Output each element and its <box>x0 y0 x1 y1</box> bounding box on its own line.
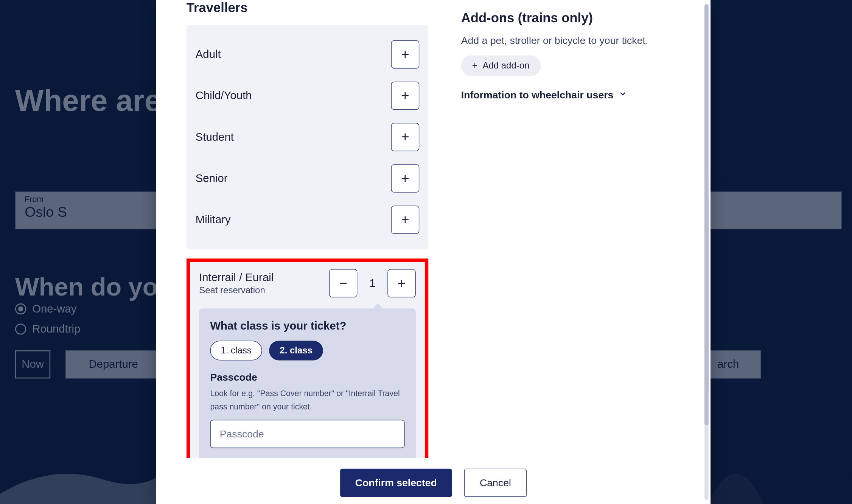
addons-subtitle: Add a pet, stroller or bicycle to your t… <box>461 35 693 47</box>
cancel-button[interactable]: Cancel <box>464 469 527 497</box>
radio-roundtrip-label: Roundtrip <box>32 322 80 336</box>
traveller-label: Adult <box>196 48 221 61</box>
radio-one-way-label: One-way <box>32 302 76 316</box>
plus-icon: + <box>398 275 406 291</box>
travellers-title: Travellers <box>187 0 428 16</box>
decrement-interrail-button[interactable]: − <box>329 269 358 297</box>
plus-icon: + <box>401 88 409 104</box>
wheelchair-info-toggle[interactable]: Information to wheelchair users <box>461 89 693 101</box>
traveller-row-child: Child/Youth + <box>196 75 419 116</box>
wheelchair-info-label: Information to wheelchair users <box>461 89 614 101</box>
now-button[interactable]: Now <box>15 350 50 379</box>
traveller-label: Child/Youth <box>196 89 252 103</box>
traveller-modal: Travellers Adult + Child/Youth + <box>156 0 711 504</box>
plus-icon: + <box>401 212 409 228</box>
plus-icon: + <box>401 47 409 63</box>
interrail-block: Interrail / Eurail Seat reservation − 1 … <box>190 262 425 458</box>
interrail-highlight-frame: Interrail / Eurail Seat reservation − 1 … <box>187 258 428 457</box>
minus-icon: − <box>339 275 347 291</box>
traveller-label: Senior <box>196 172 228 185</box>
passcode-input[interactable] <box>210 420 404 448</box>
plus-icon: + <box>472 61 477 71</box>
modal-footer: Confirm selected Cancel <box>156 457 711 504</box>
radio-selected-icon <box>15 303 26 314</box>
class-2-pill[interactable]: 2. class <box>269 341 323 360</box>
traveller-row-adult: Adult + <box>196 34 419 75</box>
interrail-subtitle: Seat reservation <box>199 285 274 296</box>
class-question: What class is your ticket? <box>210 319 404 333</box>
add-adult-button[interactable]: + <box>391 40 420 69</box>
add-addon-button[interactable]: + Add add-on <box>461 56 541 76</box>
add-addon-label: Add add-on <box>482 61 529 71</box>
plus-icon: + <box>401 170 409 187</box>
traveller-label: Military <box>196 213 231 226</box>
radio-unselected-icon <box>15 324 26 334</box>
add-senior-button[interactable]: + <box>391 164 420 193</box>
addons-title: Add-ons (trains only) <box>461 10 693 26</box>
ticket-class-panel: What class is your ticket? 1. class 2. c… <box>199 308 416 457</box>
radio-roundtrip[interactable]: Roundtrip <box>15 322 80 336</box>
traveller-row-student: Student + <box>196 117 419 158</box>
add-child-button[interactable]: + <box>391 82 420 110</box>
traveller-row-senior: Senior + <box>196 158 419 199</box>
traveller-row-military: Military + <box>196 199 419 240</box>
traveller-types-block: Adult + Child/Youth + Student <box>187 25 428 249</box>
scrollbar-thumb[interactable] <box>704 4 709 426</box>
interrail-title: Interrail / Eurail <box>199 271 274 284</box>
modal-scrollbar[interactable] <box>704 4 709 500</box>
traveller-label: Student <box>196 131 234 144</box>
passcode-label: Passcode <box>210 372 404 383</box>
passcode-help-text: Look for e.g. "Pass Cover number" or "In… <box>210 387 404 413</box>
add-military-button[interactable]: + <box>391 205 420 234</box>
class-1-pill[interactable]: 1. class <box>210 341 262 360</box>
increment-interrail-button[interactable]: + <box>387 269 416 297</box>
chevron-down-icon <box>619 89 628 101</box>
plus-icon: + <box>401 129 409 145</box>
radio-one-way[interactable]: One-way <box>15 302 77 316</box>
add-student-button[interactable]: + <box>391 123 420 151</box>
confirm-button[interactable]: Confirm selected <box>340 469 452 497</box>
interrail-count: 1 <box>367 277 378 290</box>
departure-button[interactable]: Departure <box>65 350 161 379</box>
